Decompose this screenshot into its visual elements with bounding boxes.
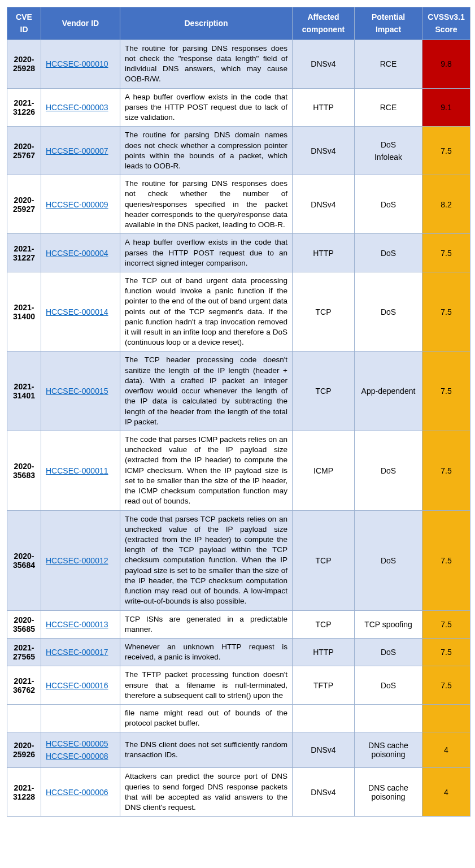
vendor-link[interactable]: HCCSEC-000005 bbox=[46, 739, 115, 748]
description: The routine for parsing DNS responses do… bbox=[120, 175, 293, 234]
cve-id: 2020-25928 bbox=[7, 40, 41, 88]
vendor-link[interactable]: HCCSEC-000017 bbox=[46, 648, 115, 657]
table-row: 2020-25927HCCSEC-000009The routine for p… bbox=[7, 175, 470, 234]
vendor-id: HCCSEC-000009 bbox=[41, 175, 120, 234]
vendor-id: HCCSEC-000016 bbox=[41, 666, 120, 705]
vendor-link[interactable]: HCCSEC-000013 bbox=[46, 620, 115, 629]
component: TCP bbox=[293, 272, 355, 351]
table-row: 2020-35685HCCSEC-000013TCP ISNs are gene… bbox=[7, 610, 470, 638]
vendor-link[interactable]: HCCSEC-000011 bbox=[46, 466, 115, 475]
cve-id: 2021-31227 bbox=[7, 234, 41, 272]
table-row: 2021-31400HCCSEC-000014The TCP out of ba… bbox=[7, 272, 470, 351]
score bbox=[422, 705, 470, 732]
component bbox=[293, 705, 355, 732]
impact: RCE bbox=[355, 88, 422, 127]
component: TCP bbox=[293, 351, 355, 431]
vendor-id: HCCSEC-000005HCCSEC-000008 bbox=[41, 732, 120, 768]
component: DNSv4 bbox=[293, 127, 355, 175]
header-component: Affectedcomponent bbox=[293, 7, 355, 40]
vendor-id: HCCSEC-000014 bbox=[41, 272, 120, 351]
description: The TCP out of band urgent data processi… bbox=[120, 272, 293, 351]
table-row-continuation: file name might read out of bounds of th… bbox=[7, 705, 470, 732]
table-row: 2021-31228HCCSEC-000006Attackers can pre… bbox=[7, 768, 470, 817]
vendor-id: HCCSEC-000006 bbox=[41, 768, 120, 817]
cve-id: 2021-36762 bbox=[7, 666, 41, 705]
component: HTTP bbox=[293, 88, 355, 127]
impact: DoS bbox=[355, 510, 422, 610]
cve-id bbox=[7, 705, 41, 732]
description: The TFTP packet processing function does… bbox=[120, 666, 293, 705]
impact: TCP spoofing bbox=[355, 610, 422, 638]
vendor-id: HCCSEC-000011 bbox=[41, 431, 120, 511]
vendor-id: HCCSEC-000017 bbox=[41, 638, 120, 666]
table-row: 2021-31227HCCSEC-000004A heap buffer ove… bbox=[7, 234, 470, 272]
cve-id: 2020-25767 bbox=[7, 127, 41, 175]
description: A heap buffer overflow exists in the cod… bbox=[120, 88, 293, 127]
vendor-link[interactable]: HCCSEC-000014 bbox=[46, 307, 115, 316]
component: DNSv4 bbox=[293, 732, 355, 768]
cve-id: 2021-31228 bbox=[7, 768, 41, 817]
description: The code that parses TCP packets relies … bbox=[120, 510, 293, 610]
header-vendor: Vendor ID bbox=[41, 7, 120, 40]
score: 9.8 bbox=[422, 40, 470, 88]
vendor-link[interactable]: HCCSEC-000012 bbox=[46, 556, 115, 565]
score: 7.5 bbox=[422, 351, 470, 431]
component: TCP bbox=[293, 510, 355, 610]
vendor-link[interactable]: HCCSEC-000010 bbox=[46, 59, 115, 68]
score: 7.5 bbox=[422, 431, 470, 511]
vendor-link[interactable]: HCCSEC-000003 bbox=[46, 103, 115, 112]
component: DNSv4 bbox=[293, 768, 355, 817]
impact: DoS bbox=[355, 175, 422, 234]
table-row: 2020-25767HCCSEC-000007The routine for p… bbox=[7, 127, 470, 175]
description: TCP ISNs are generated in a predictable … bbox=[120, 610, 293, 638]
cve-id: 2020-25926 bbox=[7, 732, 41, 768]
cve-id: 2021-27565 bbox=[7, 638, 41, 666]
component: HTTP bbox=[293, 234, 355, 272]
impact: DNS cache poisoning bbox=[355, 768, 422, 817]
impact: DoSInfoleak bbox=[355, 127, 422, 175]
impact: DoS bbox=[355, 638, 422, 666]
table-header: CVE ID Vendor ID Description Affectedcom… bbox=[7, 7, 470, 40]
vendor-link[interactable]: HCCSEC-000015 bbox=[46, 387, 115, 396]
impact: DoS bbox=[355, 234, 422, 272]
cve-id: 2020-35684 bbox=[7, 510, 41, 610]
impact: App-dependent bbox=[355, 351, 422, 431]
cve-id: 2021-31226 bbox=[7, 88, 41, 127]
table-body: 2020-25928HCCSEC-000010The routine for p… bbox=[7, 40, 470, 817]
table-row: 2020-35683HCCSEC-000011The code that par… bbox=[7, 431, 470, 511]
vendor-id: HCCSEC-000003 bbox=[41, 88, 120, 127]
vendor-link[interactable]: HCCSEC-000006 bbox=[46, 788, 115, 797]
component: TCP bbox=[293, 610, 355, 638]
vuln-table: CVE ID Vendor ID Description Affectedcom… bbox=[7, 7, 470, 817]
impact: RCE bbox=[355, 40, 422, 88]
score: 4 bbox=[422, 768, 470, 817]
description: Whenever an unknown HTTP request is rece… bbox=[120, 638, 293, 666]
header-cve: CVE ID bbox=[7, 7, 41, 40]
impact: DoS bbox=[355, 666, 422, 705]
vendor-id bbox=[41, 705, 120, 732]
vendor-link[interactable]: HCCSEC-000004 bbox=[46, 249, 115, 258]
score: 7.5 bbox=[422, 272, 470, 351]
component: DNSv4 bbox=[293, 175, 355, 234]
description: The DNS client does not set sufficiently… bbox=[120, 732, 293, 768]
score: 8.2 bbox=[422, 175, 470, 234]
vendor-link[interactable]: HCCSEC-000007 bbox=[46, 146, 115, 155]
vendor-id: HCCSEC-000004 bbox=[41, 234, 120, 272]
vendor-id: HCCSEC-000010 bbox=[41, 40, 120, 88]
cve-id: 2021-31400 bbox=[7, 272, 41, 351]
vendor-link[interactable]: HCCSEC-000009 bbox=[46, 200, 115, 209]
table-row: 2020-35684HCCSEC-000012The code that par… bbox=[7, 510, 470, 610]
component: DNSv4 bbox=[293, 40, 355, 88]
vendor-link[interactable]: HCCSEC-000008 bbox=[46, 752, 115, 761]
description: file name might read out of bounds of th… bbox=[120, 705, 293, 732]
vendor-link[interactable]: HCCSEC-000016 bbox=[46, 681, 115, 690]
score: 9.1 bbox=[422, 88, 470, 127]
cve-id: 2021-31401 bbox=[7, 351, 41, 431]
impact: DNS cache poisoning bbox=[355, 732, 422, 768]
vendor-id: HCCSEC-000007 bbox=[41, 127, 120, 175]
impact: DoS bbox=[355, 272, 422, 351]
description: A heap buffer overflow exists in the cod… bbox=[120, 234, 293, 272]
header-desc: Description bbox=[120, 7, 293, 40]
component: HTTP bbox=[293, 638, 355, 666]
table-row: 2021-31401HCCSEC-000015The TCP header pr… bbox=[7, 351, 470, 431]
